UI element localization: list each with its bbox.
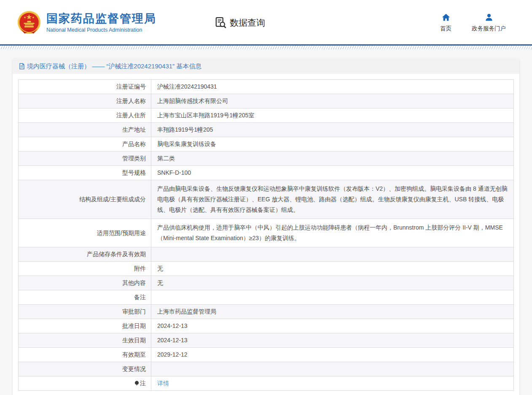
- row-label: 变更情况: [19, 362, 151, 376]
- row-value: 详情: [151, 376, 514, 391]
- table-row: 注详情: [19, 376, 514, 391]
- registration-table: 注册证编号沪械注准20242190431注册人名称上海韶脑传感技术有限公司注册人…: [18, 79, 514, 391]
- row-label: 附件: [19, 262, 151, 276]
- nmpa-emblem-icon: [17, 11, 41, 35]
- row-value: 无: [151, 262, 514, 276]
- row-value: 上海市药品监督管理局: [151, 305, 514, 319]
- data-query-icon: [215, 16, 227, 29]
- row-label: 有效期至: [19, 348, 151, 362]
- row-value: 丰翔路1919号1幢205: [151, 123, 514, 137]
- row-label: 产品储存条件及有效期: [19, 247, 151, 262]
- row-label: 产品名称: [19, 137, 151, 152]
- header-nav: 首页 政务服务门户: [440, 13, 506, 32]
- row-label: 管理类别: [19, 152, 151, 166]
- note-balloon-icon: [134, 381, 139, 386]
- row-value: 上海市宝山区丰翔路1919号1幢205室: [151, 108, 514, 123]
- info-card: 境内医疗器械（注册） —— “沪械注准20242190431” 基本信息 注册证…: [13, 59, 519, 395]
- data-query-section[interactable]: 数据查询: [215, 16, 265, 29]
- table-row: 适用范围/预期用途产品供临床机构使用，适用于脑卒中（中风）引起的上肢运动功能障碍…: [19, 219, 514, 247]
- brand-text: 国家药品监督管理局 National Medical Products Admi…: [46, 12, 156, 33]
- row-label: 其他内容: [19, 276, 151, 290]
- user-icon: [484, 13, 494, 22]
- row-value: 产品由脑电采集设备、生物反馈康复仪和运动想象脑卒中康复训练软件（发布版本：V2）…: [151, 180, 514, 219]
- site-header: 国家药品监督管理局 National Medical Products Admi…: [0, 0, 532, 49]
- org-name-en: National Medical Products Administration: [46, 27, 156, 33]
- row-value: 第二类: [151, 152, 514, 166]
- details-link[interactable]: 详情: [157, 380, 169, 387]
- row-label: 生效日期: [19, 333, 151, 348]
- row-label: 型号规格: [19, 166, 151, 180]
- home-icon: [441, 13, 451, 22]
- row-label: 注册人名称: [19, 94, 151, 108]
- table-row: 生效日期2024-12-13: [19, 333, 514, 348]
- org-name-cn: 国家药品监督管理局: [46, 12, 156, 25]
- table-row: 有效期至2029-12-12: [19, 348, 514, 362]
- table-row: 附件无: [19, 262, 514, 276]
- nav-label-gov-portal: 政务服务门户: [472, 25, 506, 32]
- row-value: 产品供临床机构使用，适用于脑卒中（中风）引起的上肢运动功能障碍患者（病程一年内，…: [151, 219, 514, 247]
- row-label: 审批部门: [19, 305, 151, 319]
- table-row: 其他内容无: [19, 276, 514, 290]
- table-row: 管理类别第二类: [19, 152, 514, 166]
- row-value: 2029-12-12: [151, 348, 514, 362]
- table-row: 产品名称脑电采集康复训练设备: [19, 137, 514, 152]
- row-value: 2024-12-13: [151, 333, 514, 348]
- row-value: 上海韶脑传感技术有限公司: [151, 94, 514, 108]
- nav-label-home: 首页: [440, 25, 451, 32]
- table-row: 注册证编号沪械注准20242190431: [19, 80, 514, 94]
- table-row: 变更情况: [19, 362, 514, 376]
- table-row: 产品储存条件及有效期: [19, 247, 514, 262]
- row-label: 结构及组成/主要组成成分: [19, 180, 151, 219]
- row-value: [151, 247, 514, 262]
- row-label: 注: [19, 376, 151, 391]
- nav-item-home[interactable]: 首页: [440, 13, 451, 32]
- table-row: 审批部门上海市药品监督管理局: [19, 305, 514, 319]
- table-row: 注册人名称上海韶脑传感技术有限公司: [19, 94, 514, 108]
- row-value: 脑电采集康复训练设备: [151, 137, 514, 152]
- card-titlebar: 境内医疗器械（注册） —— “沪械注准20242190431” 基本信息: [13, 59, 519, 74]
- table-row: 注册人住所上海市宝山区丰翔路1919号1幢205室: [19, 108, 514, 123]
- row-label: 适用范围/预期用途: [19, 219, 151, 247]
- row-label: 批准日期: [19, 319, 151, 333]
- row-value: 无: [151, 276, 514, 290]
- row-value: SNKF-D-100: [151, 166, 514, 180]
- row-label: 备注: [19, 290, 151, 305]
- brand[interactable]: 国家药品监督管理局 National Medical Products Admi…: [17, 11, 156, 35]
- row-label: 注册证编号: [19, 80, 151, 94]
- row-value: [151, 290, 514, 305]
- row-label: 注册人住所: [19, 108, 151, 123]
- registration-table-wrap: 注册证编号沪械注准20242190431注册人名称上海韶脑传感技术有限公司注册人…: [18, 79, 514, 391]
- table-row: 型号规格SNKF-D-100: [19, 166, 514, 180]
- row-label: 生产地址: [19, 123, 151, 137]
- table-row: 批准日期2024-12-13: [19, 319, 514, 333]
- table-row: 备注: [19, 290, 514, 305]
- table-row: 结构及组成/主要组成成分产品由脑电采集设备、生物反馈康复仪和运动想象脑卒中康复训…: [19, 180, 514, 219]
- table-row: 生产地址丰翔路1919号1幢205: [19, 123, 514, 137]
- row-value: [151, 362, 514, 376]
- page-title: 境内医疗器械（注册） —— “沪械注准20242190431” 基本信息: [27, 62, 202, 70]
- document-icon: [19, 63, 25, 70]
- nav-item-gov-portal[interactable]: 政务服务门户: [472, 13, 506, 32]
- data-query-label: 数据查询: [230, 17, 265, 29]
- row-value: 沪械注准20242190431: [151, 80, 514, 94]
- row-value: 2024-12-13: [151, 319, 514, 333]
